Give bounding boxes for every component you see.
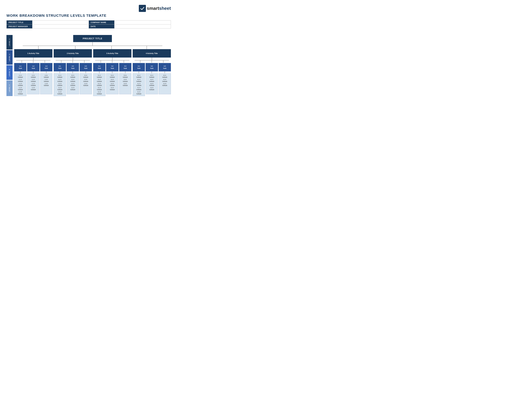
v-connector-l2-2	[73, 57, 73, 60]
level3-sidebar: LEVEL 3	[6, 65, 13, 80]
subtask-box-4-3: 4.3.1 Subtask4.3.2 Subtask4.3.3 Subtask	[159, 73, 171, 94]
subtask-3-1-3: 3.1.3 Subtask	[97, 83, 102, 87]
activity-2: 2 Activity Title2.1 Task2.1.1 Subtask2.1…	[54, 49, 92, 96]
subtask-3-1-4: 3.1.4 Subtask	[97, 87, 102, 91]
subtask-1-1-2: 1.1.2 Subtask	[18, 79, 23, 83]
activity-3: 3 Activity Title3.1 Task3.1.1 Subtask3.1…	[93, 49, 131, 96]
subtask-1-2-2: 1.2.2 Subtask	[31, 79, 36, 83]
subtask-4-1-4: 4.1.4 Subtask	[136, 87, 141, 91]
subtask-3-1-1: 3.1.1 Subtask	[97, 75, 102, 78]
subtask-1-2-4: 1.2.4 Subtask	[31, 87, 36, 91]
task-col-2-1: 2.1 Task2.1.1 Subtask2.1.2 Subtask2.1.3 …	[54, 63, 66, 96]
drop-l3-1-1	[22, 60, 22, 63]
task-col-1-2: 1.2 Task1.2.1 Subtask1.2.2 Subtask1.2.3 …	[27, 63, 39, 94]
drop2	[75, 46, 76, 49]
level4-label: LEVEL 4	[9, 84, 10, 92]
task-col-3-2: 3.2 Task3.2.1 Subtask3.2.2 Subtask3.2.3 …	[106, 63, 118, 94]
task-3-1: 3.1 Task	[93, 63, 105, 71]
subtask-4-3-3: 4.3.3 Subtask	[162, 83, 167, 87]
project-manager-label: PROJECT MANAGER	[7, 25, 32, 28]
subtask-3-1-5: 3.1.5 Subtask	[97, 91, 102, 95]
level1-row: PROJECT TITLE	[14, 35, 171, 49]
v-connector-l1	[92, 42, 93, 46]
task-3-3: 3.3 Task	[119, 63, 131, 71]
subtask-2-3-3: 2.3.3 Subtask	[83, 83, 88, 87]
task-col-1-3: 1.3 Task1.3.1 Subtask1.3.2 Subtask1.3.3 …	[40, 63, 52, 94]
task-1-1: 1.1 Task	[14, 63, 27, 71]
task-col-4-2: 4.2 Task4.2.1 Subtask4.2.2 Subtask4.2.3 …	[146, 63, 158, 94]
subtask-1-1-4: 1.1.4 Subtask	[18, 87, 23, 91]
subtask-box-2-2: 2.2.1 Subtask2.2.2 Subtask2.2.3 Subtask2…	[66, 73, 79, 94]
subtask-3-2-4: 3.2.4 Subtask	[110, 87, 115, 91]
subtask-3-3-2: 3.3.2 Subtask	[123, 79, 128, 83]
drop-l3-3-1	[101, 60, 101, 63]
smartsheet-logo: smartsheet	[139, 5, 171, 12]
logo-text-bold: sheet	[159, 6, 171, 11]
chart-area: PROJECT TITLE 1 Activity Title1.1 Task1.…	[13, 35, 171, 96]
drop-l3-1-3	[45, 60, 45, 63]
subtask-4-1-2: 4.1.2 Subtask	[136, 79, 141, 83]
drop-l3-2-1	[61, 60, 61, 63]
h-bar-l2-1	[16, 60, 50, 60]
level2-sidebar: LEVEL 2	[6, 50, 13, 65]
drop-l3-1-2	[33, 60, 33, 63]
date-label: DATE	[89, 25, 114, 28]
subtask-2-1-1: 2.1.1 Subtask	[57, 75, 62, 78]
task-2-1: 2.1 Task	[54, 63, 66, 71]
subtask-box-1-1: 1.1.1 Subtask1.1.2 Subtask1.1.3 Subtask1…	[14, 73, 27, 96]
subtask-2-1-3: 2.1.3 Subtask	[57, 83, 62, 87]
activity-title-3: 3 Activity Title	[93, 49, 131, 57]
company-name-value[interactable]	[114, 20, 171, 25]
subtask-1-1-3: 1.1.3 Subtask	[18, 83, 23, 87]
company-name-label: COMPANY NAME	[89, 20, 114, 25]
task-4-2: 4.2 Task	[146, 63, 158, 71]
subtask-2-2-1: 2.2.1 Subtask	[70, 75, 75, 78]
project-title-value[interactable]	[32, 20, 89, 25]
drop4	[147, 46, 147, 49]
subtask-3-2-2: 3.2.2 Subtask	[110, 79, 115, 83]
task-4-3: 4.3 Task	[159, 63, 171, 71]
subtask-box-3-2: 3.2.1 Subtask3.2.2 Subtask3.2.3 Subtask3…	[106, 73, 118, 94]
subtask-4-2-1: 4.2.1 Subtask	[149, 75, 154, 78]
subtask-box-3-3: 3.3.1 Subtask3.3.2 Subtask3.3.3 Subtask	[119, 73, 131, 94]
date-value[interactable]	[114, 25, 171, 28]
logo-icon	[139, 5, 146, 12]
subtask-1-3-2: 1.3.2 Subtask	[44, 79, 49, 83]
subtask-box-1-2: 1.2.1 Subtask1.2.2 Subtask1.2.3 Subtask1…	[27, 73, 39, 94]
subtask-2-2-3: 2.2.3 Subtask	[70, 83, 75, 87]
subtask-4-1-1: 4.1.1 Subtask	[136, 75, 141, 78]
subtask-2-3-1: 2.3.1 Subtask	[83, 75, 88, 78]
level3-label: LEVEL 3	[9, 69, 10, 76]
subtask-1-2-3: 1.2.3 Subtask	[31, 83, 36, 87]
h-bar-l2-4	[135, 60, 169, 60]
logo-text: smartsheet	[147, 6, 171, 11]
subtask-4-1-5: 4.1.5 Subtask	[136, 91, 141, 95]
subtask-1-3-3: 1.3.3 Subtask	[44, 83, 49, 87]
task-3-2: 3.2 Task	[106, 63, 118, 71]
project-manager-value[interactable]	[32, 25, 89, 28]
subtask-3-3-1: 3.3.1 Subtask	[123, 75, 128, 78]
v-connector-l2-3	[112, 57, 113, 60]
subtask-box-2-1: 2.1.1 Subtask2.1.2 Subtask2.1.3 Subtask2…	[54, 73, 66, 96]
level-sidebar: LEVEL 1 LEVEL 2 LEVEL 3 LEVEL 4	[6, 35, 13, 96]
project-title-node: PROJECT TITLE	[73, 35, 112, 42]
tasks-row-3: 3.1 Task3.1.1 Subtask3.1.2 Subtask3.1.3 …	[93, 63, 131, 96]
task-col-4-1: 4.1 Task4.1.1 Subtask4.1.2 Subtask4.1.3 …	[133, 63, 145, 96]
drop-l3-2-3	[84, 60, 85, 63]
activity-1: 1 Activity Title1.1 Task1.1.1 Subtask1.1…	[14, 49, 52, 96]
activities-row: 1 Activity Title1.1 Task1.1.1 Subtask1.1…	[14, 49, 171, 96]
subtask-3-2-3: 3.2.3 Subtask	[110, 83, 115, 87]
tasks-row-4: 4.1 Task4.1.1 Subtask4.1.2 Subtask4.1.3 …	[133, 63, 171, 96]
task-1-2: 1.2 Task	[27, 63, 39, 71]
subtask-3-2-1: 3.2.1 Subtask	[110, 75, 115, 78]
activity-title-4: 4 Activity Title	[133, 49, 171, 57]
subtask-box-4-2: 4.2.1 Subtask4.2.2 Subtask4.2.3 Subtask4…	[146, 73, 158, 94]
level1-sidebar: LEVEL 1	[6, 35, 13, 49]
v-connector-l2-1	[33, 57, 34, 60]
subtask-box-4-1: 4.1.1 Subtask4.1.2 Subtask4.1.3 Subtask4…	[133, 73, 145, 96]
subtask-1-1-1: 1.1.1 Subtask	[18, 75, 23, 78]
tasks-row-2: 2.1 Task2.1.1 Subtask2.1.2 Subtask2.1.3 …	[54, 63, 92, 96]
task-col-2-2: 2.2 Task2.2.1 Subtask2.2.2 Subtask2.2.3 …	[66, 63, 79, 94]
task-4-1: 4.1 Task	[133, 63, 145, 71]
drop-l3-2-2	[73, 60, 73, 63]
